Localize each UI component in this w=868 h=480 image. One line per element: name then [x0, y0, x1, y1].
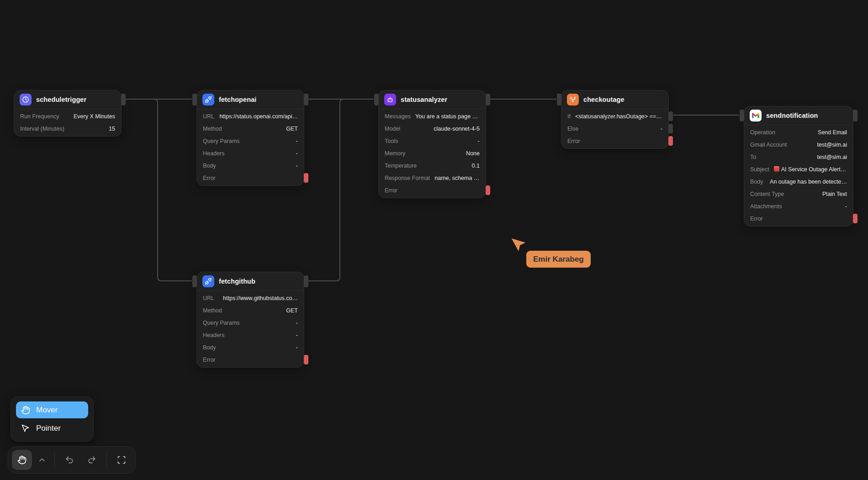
error-port[interactable]	[486, 185, 490, 195]
row-value: name, schema +1	[434, 175, 480, 181]
row-value: -	[402, 138, 480, 144]
hand-icon	[21, 406, 30, 415]
error-port[interactable]	[304, 173, 308, 183]
output-port[interactable]	[121, 94, 126, 105]
node-row-else: Else-	[561, 122, 668, 135]
hand-icon	[17, 455, 26, 464]
tool-menu-item-label: Mover	[36, 406, 58, 415]
row-output-port[interactable]	[668, 124, 673, 133]
row-value: 15	[69, 126, 115, 132]
row-label: Else	[567, 126, 578, 132]
row-output-port[interactable]	[668, 111, 673, 121]
node-header: statusanalyzer	[379, 90, 486, 109]
row-value: test@sim.ai	[761, 154, 847, 160]
node-checkoutage[interactable]: checkoutageIf<statusanalyzer.hasOutage> …	[561, 90, 669, 149]
tool-menu-item-label: Pointer	[36, 424, 61, 433]
tool-menu-item-pointer[interactable]: Pointer	[16, 420, 88, 437]
input-port[interactable]	[740, 110, 744, 121]
output-port[interactable]	[486, 94, 490, 105]
node-row-headers: Headers-	[197, 329, 304, 341]
connection-edges	[0, 0, 868, 480]
node-header: scheduletrigger	[14, 90, 121, 109]
row-value: You are a status page an…	[415, 113, 480, 120]
undo-icon	[65, 455, 74, 464]
node-row-error: Error	[744, 212, 853, 225]
node-statusanalyzer[interactable]: statusanalyzerMessagesYou are a status p…	[378, 90, 486, 198]
row-value: Plain Text	[789, 191, 847, 197]
redo-icon	[87, 455, 96, 464]
input-port[interactable]	[192, 94, 197, 105]
node-sendnotification[interactable]: sendnotificationOperationSend EmailGmail…	[744, 106, 853, 227]
row-label: Model	[385, 126, 400, 132]
fullscreen-button[interactable]	[111, 450, 132, 470]
row-label: To	[750, 154, 756, 160]
output-port[interactable]	[304, 94, 308, 105]
node-scheduletrigger[interactable]: scheduletriggerRun FrequencyEvery X Minu…	[14, 90, 122, 137]
chevron-up-icon	[37, 455, 47, 464]
node-fetchopenai[interactable]: fetchopenaiURLhttps://status.openai.com/…	[196, 90, 304, 186]
row-value: Send Email	[780, 129, 847, 136]
node-row-content-type: Content TypePlain Text	[744, 188, 853, 200]
node-title: checkoutage	[583, 96, 625, 103]
node-header: fetchopenai	[197, 90, 304, 109]
row-value: AI Service Outage Alert …	[774, 166, 847, 173]
node-row-url: URLhttps://status.openai.com/api…	[197, 110, 304, 122]
row-label: Body	[750, 179, 763, 185]
row-value: -	[229, 332, 298, 338]
node-header: checkoutage	[561, 90, 668, 109]
node-row-error: Error	[197, 353, 304, 366]
row-label: Interval (Minutes)	[20, 126, 64, 132]
row-label: Query Params	[203, 138, 240, 144]
input-port[interactable]	[192, 275, 197, 287]
tool-menu-item-mover[interactable]: Mover	[16, 401, 88, 418]
redo-button[interactable]	[82, 450, 102, 470]
toolbar-divider	[54, 451, 55, 469]
node-row-run-frequency: Run FrequencyEvery X Minutes	[14, 110, 121, 122]
undo-button[interactable]	[59, 450, 79, 470]
node-rows: If<statusanalyzer.hasOutage> ===…Else-Er…	[561, 109, 668, 148]
node-header: sendnotification	[744, 106, 853, 125]
input-port[interactable]	[374, 94, 379, 105]
row-label: Body	[203, 163, 216, 169]
node-row-method: MethodGET	[197, 304, 304, 316]
pan-tool-button[interactable]	[12, 450, 32, 470]
row-label: Content Type	[750, 191, 784, 197]
row-label: Messages	[385, 113, 411, 120]
branch-icon	[567, 94, 579, 105]
node-rows: MessagesYou are a status page an…Modelcl…	[379, 109, 486, 198]
node-title: statusanalyzer	[401, 96, 447, 103]
node-row-body: Body-	[197, 341, 304, 353]
node-fetchgithub[interactable]: fetchgithubURLhttps://www.githubstatus.c…	[196, 272, 304, 368]
row-label: Response Format	[385, 175, 430, 181]
row-value: -	[583, 126, 662, 132]
node-row-subject: SubjectAI Service Outage Alert …	[744, 163, 853, 175]
row-value: GET	[227, 126, 298, 132]
gmail-icon	[750, 110, 762, 121]
workflow-canvas[interactable]: scheduletriggerRun FrequencyEvery X Minu…	[0, 0, 868, 480]
row-value: -	[221, 344, 298, 351]
toolbar-divider	[106, 451, 107, 469]
row-label: Error	[385, 187, 397, 194]
output-port[interactable]	[853, 110, 857, 121]
node-row-error: Error	[197, 172, 304, 184]
error-port[interactable]	[668, 136, 673, 146]
agent-icon	[384, 94, 396, 105]
node-rows: URLhttps://www.githubstatus.co…MethodGET…	[197, 291, 304, 367]
node-row-error: Error	[379, 184, 486, 196]
row-label: Error	[203, 357, 216, 363]
row-label: Body	[203, 344, 216, 351]
error-port[interactable]	[853, 214, 857, 223]
row-label: Query Params	[203, 320, 240, 326]
error-port[interactable]	[304, 355, 308, 364]
row-label: Memory	[385, 150, 405, 157]
row-label: Operation	[750, 129, 775, 136]
row-label: URL	[203, 295, 214, 301]
output-port[interactable]	[304, 275, 308, 287]
node-row-method: MethodGET	[197, 122, 304, 135]
input-port[interactable]	[557, 94, 561, 105]
row-value: An outage has been detecte…	[768, 179, 847, 185]
row-value: https://www.githubstatus.co…	[219, 295, 298, 301]
collapse-toolbar-button[interactable]	[34, 450, 50, 470]
row-value: <statusanalyzer.hasOutage> ===…	[575, 113, 662, 120]
node-row-operation: OperationSend Email	[744, 126, 853, 138]
